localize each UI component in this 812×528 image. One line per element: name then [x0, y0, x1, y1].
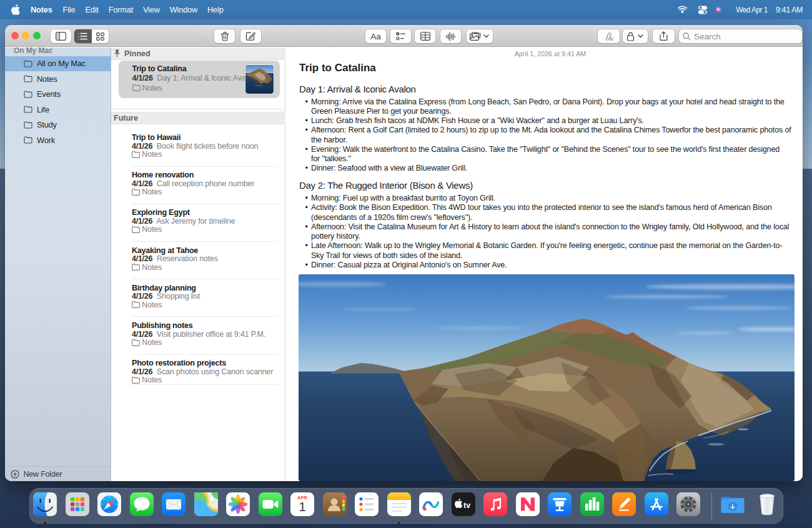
svg-text:1: 1 [299, 499, 306, 514]
svg-text:tv: tv [463, 501, 470, 510]
